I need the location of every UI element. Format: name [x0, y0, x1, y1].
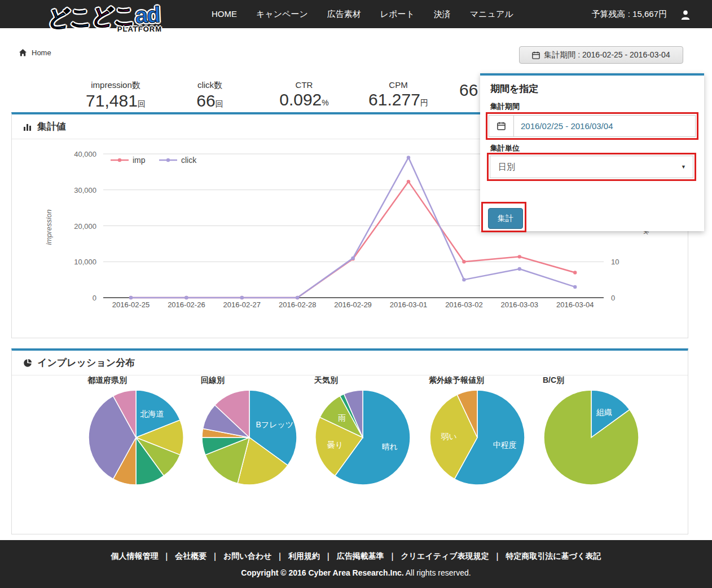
chevron-down-icon	[681, 164, 686, 170]
app-logo[interactable]: どこどこad PLATFORM	[47, 0, 160, 34]
svg-text:30,000: 30,000	[74, 186, 96, 194]
footer-link-5[interactable]: 広告掲載基準	[332, 551, 389, 560]
period-label: 集計期間	[490, 101, 520, 112]
nav-links: HOMEキャンペーン広告素材レポート決済マニュアル	[202, 0, 523, 28]
filter-panel: 期間を指定 集計期間 集計単位 日別	[480, 73, 704, 231]
svg-text:2016-02-26: 2016-02-26	[168, 300, 205, 309]
footer-link-separator: ｜	[389, 551, 397, 560]
svg-text:2016-02-28: 2016-02-28	[279, 300, 317, 309]
svg-text:imp: imp	[133, 156, 146, 165]
pie-chart: 中程度弱い	[429, 389, 526, 486]
copyright-strong: Copyright © 2016 Cyber Area Research.Inc…	[241, 568, 403, 577]
svg-text:2016-03-01: 2016-03-01	[390, 300, 428, 309]
nav-item-5[interactable]: 決済	[427, 0, 458, 28]
pie-block-5: B/C別組織	[535, 375, 648, 486]
copyright-rest: All rights reserved.	[404, 568, 471, 577]
stat-value: 71,481回	[69, 91, 162, 111]
pie-panel-title: インプレッション分布	[37, 356, 135, 369]
nav-item-3[interactable]: 広告素材	[320, 0, 368, 28]
logo-part1: どこ	[47, 5, 91, 31]
svg-text:晴れ: 晴れ	[382, 442, 398, 451]
pie-panel: インプレッション分布 都道府県別北海道回線別Bフレッツ天気別晴れ曇り雨紫外線予報…	[11, 348, 688, 534]
nav-item-1[interactable]: HOME	[205, 0, 244, 28]
svg-text:雨: 雨	[338, 413, 346, 422]
period-input-group	[489, 115, 696, 137]
stat-unit: %	[322, 98, 328, 107]
stat-label: CTR	[257, 80, 351, 90]
copyright: Copyright © 2016 Cyber Area Research.Inc…	[0, 568, 712, 577]
logo-subtitle: PLATFORM	[117, 25, 162, 33]
svg-text:弱い: 弱い	[441, 432, 456, 441]
stat-value: 0.092%	[257, 90, 351, 110]
chart-panel-title: 集計値	[37, 120, 66, 133]
stat-value: 61.277円	[351, 90, 445, 110]
pie-chart: 北海道	[87, 389, 184, 486]
stat-label: CPM	[351, 80, 445, 90]
stat-3: CTR0.092%	[257, 80, 351, 110]
footer-link-7[interactable]: 特定商取引法に基づく表記	[501, 551, 605, 560]
page: HOMEキャンペーン広告素材レポート決済マニュアル 予算残高 : 15,667円…	[0, 0, 712, 588]
footer-link-6[interactable]: クリエイティブ表現規定	[396, 551, 493, 560]
date-range-button[interactable]: 集計期間 : 2016-02-25 - 2016-03-04	[519, 46, 683, 64]
budget-balance: 予算残高 : 15,667円	[592, 0, 667, 28]
footer-link-separator: ｜	[276, 551, 284, 560]
stat-label: impression数	[69, 80, 162, 91]
period-highlight-box	[486, 112, 698, 140]
svg-text:20,000: 20,000	[74, 222, 96, 231]
breadcrumb: Home	[19, 48, 51, 57]
svg-text:click: click	[181, 156, 197, 165]
svg-text:2016-02-25: 2016-02-25	[112, 300, 150, 309]
pie-title: 回線別	[193, 375, 306, 386]
user-icon[interactable]	[680, 10, 691, 20]
stat-4: CPM61.277円	[351, 80, 445, 110]
footer-link-3[interactable]: お問い合わせ	[219, 551, 276, 560]
bar-chart-icon	[23, 122, 32, 131]
pie-chart: Bフレッツ	[201, 389, 298, 486]
unit-select[interactable]: 日別	[490, 156, 693, 178]
unit-label: 集計単位	[490, 143, 520, 153]
pie-block-4: 紫外線予報値別中程度弱い	[421, 375, 534, 486]
date-range-label: 集計期間 : 2016-02-25 - 2016-03-04	[544, 50, 670, 60]
home-icon	[19, 48, 27, 57]
svg-text:2016-03-03: 2016-03-03	[501, 300, 539, 309]
footer: 個人情報管理｜会社概要｜お問い合わせ｜利用規約｜広告掲載基準｜クリエイティブ表現…	[0, 540, 712, 588]
calendar-icon	[489, 116, 514, 136]
svg-text:0: 0	[611, 294, 615, 302]
svg-text:Bフレッツ: Bフレッツ	[256, 420, 294, 429]
svg-text:組織: 組織	[596, 408, 612, 417]
svg-text:北海道: 北海道	[140, 409, 164, 418]
pie-title: B/C別	[535, 375, 648, 386]
svg-text:2016-02-29: 2016-02-29	[334, 300, 372, 309]
footer-link-4[interactable]: 利用規約	[284, 551, 324, 560]
stat-2: click数66回	[163, 80, 257, 111]
filter-panel-title: 期間を指定	[490, 82, 538, 95]
svg-text:2016-03-02: 2016-03-02	[445, 300, 483, 309]
breadcrumb-home[interactable]: Home	[32, 48, 51, 57]
pie-block-2: 回線別Bフレッツ	[193, 375, 306, 486]
submit-highlight-box: 集計	[481, 202, 526, 232]
footer-link-1[interactable]: 個人情報管理	[107, 551, 163, 560]
pie-title: 都道府県別	[80, 375, 192, 386]
legend-item-imp[interactable]: imp	[111, 156, 146, 165]
pie-chart-icon	[23, 359, 32, 368]
stat-label: click数	[163, 80, 257, 91]
unit-select-value: 日別	[498, 162, 515, 173]
calendar-icon	[532, 51, 540, 59]
submit-button[interactable]: 集計	[488, 208, 523, 229]
stat-value: 66回	[163, 91, 257, 111]
svg-text:2016-02-27: 2016-02-27	[223, 300, 261, 309]
nav-item-2[interactable]: キャンペーン	[249, 0, 315, 28]
pie-block-1: 都道府県別北海道	[80, 375, 192, 486]
pie-title: 紫外線予報値別	[421, 375, 534, 386]
period-input[interactable]	[514, 116, 695, 136]
svg-text:2016-03-04: 2016-03-04	[556, 300, 594, 309]
nav-item-6[interactable]: マニュアル	[463, 0, 520, 28]
svg-text:10: 10	[611, 258, 619, 266]
nav-item-4[interactable]: レポート	[373, 0, 421, 28]
footer-link-separator: ｜	[163, 551, 171, 560]
stat-unit: 回	[216, 99, 223, 108]
svg-text:中程度: 中程度	[493, 440, 517, 449]
legend-item-click[interactable]: click	[159, 156, 197, 165]
svg-text:40,000: 40,000	[74, 150, 96, 158]
footer-link-2[interactable]: 会社概要	[170, 551, 211, 560]
